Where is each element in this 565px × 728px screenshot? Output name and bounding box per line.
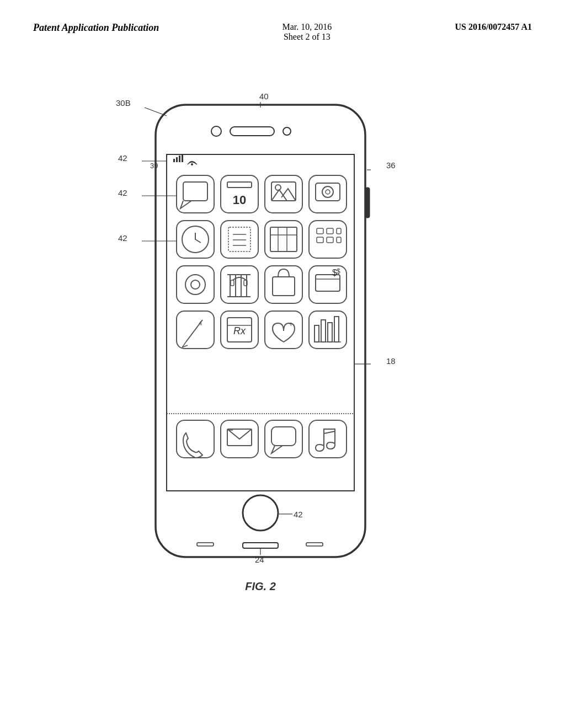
svg-text:30B: 30B — [116, 98, 131, 108]
header-right-text: US 2016/0072457 A1 — [455, 22, 532, 32]
svg-rect-8 — [182, 154, 183, 162]
svg-rect-5 — [173, 159, 175, 162]
svg-text:4: 4 — [199, 320, 202, 326]
svg-rect-41 — [177, 266, 214, 303]
svg-rect-44 — [221, 266, 258, 303]
svg-point-9 — [191, 163, 193, 165]
svg-rect-24 — [221, 221, 258, 258]
svg-text:18: 18 — [386, 356, 396, 366]
svg-rect-84 — [309, 420, 347, 458]
patent-diagram: 10 — [34, 72, 531, 695]
svg-text:36: 36 — [386, 160, 396, 170]
svg-text:Rx: Rx — [233, 325, 246, 336]
svg-text:40: 40 — [259, 92, 269, 101]
svg-text:42: 42 — [294, 510, 303, 519]
diagram-area: 10 — [33, 72, 532, 695]
svg-text:FIG. 2: FIG. 2 — [245, 580, 276, 592]
svg-point-85 — [243, 495, 278, 531]
svg-rect-7 — [179, 156, 180, 162]
svg-text:42: 42 — [118, 233, 127, 243]
svg-text:42: 42 — [118, 153, 127, 163]
svg-rect-86 — [365, 188, 370, 218]
svg-rect-82 — [265, 420, 302, 458]
svg-text:+: + — [289, 320, 293, 328]
svg-rect-55 — [309, 266, 347, 303]
svg-text:10: 10 — [233, 193, 246, 207]
header-center-text: Mar. 10, 2016 Sheet 2 of 13 — [282, 22, 332, 42]
svg-line-91 — [145, 108, 167, 116]
svg-rect-6 — [176, 157, 178, 162]
svg-rect-53 — [265, 266, 302, 303]
svg-text:$: $ — [337, 267, 340, 275]
header-left-text: Patent Application Publication — [33, 22, 159, 34]
page-header: Patent Application Publication Mar. 10, … — [33, 22, 532, 42]
svg-text:42: 42 — [118, 188, 127, 197]
svg-text:24: 24 — [255, 555, 264, 564]
svg-text:39: 39 — [150, 162, 158, 170]
